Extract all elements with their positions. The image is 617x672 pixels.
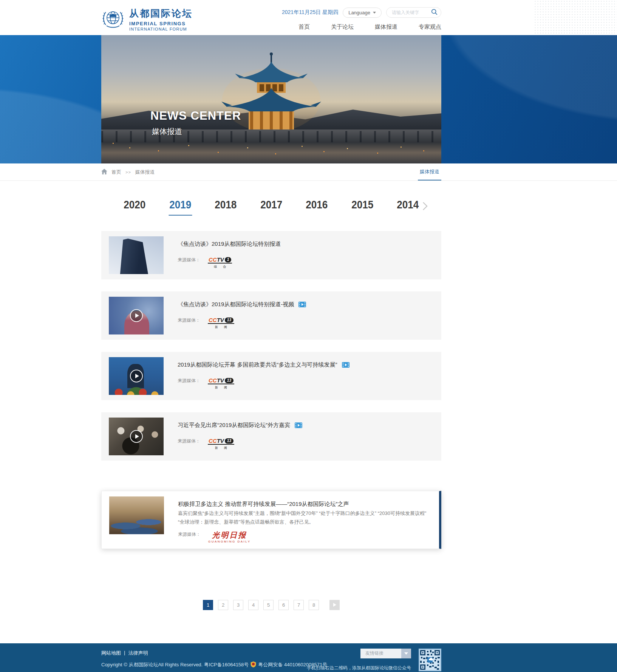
video-icon <box>298 302 306 307</box>
cctv-cc: CC <box>209 257 217 262</box>
banner-title-cn: 媒体报道 <box>150 126 241 137</box>
site-logo[interactable]: 从都国际论坛 IMPERIAL SPRINGS INTERNATIONAL FO… <box>101 0 193 35</box>
cctv-caption: 新 闻 <box>212 385 230 390</box>
news-card-3: 2019从都国际论坛开幕 多国前政要共话“多边主义与可持续发展” 来源媒体： C… <box>101 352 441 400</box>
police-badge-icon <box>251 661 256 669</box>
cctv-tv: TV <box>217 378 224 383</box>
news-thumbnail-anchor-video[interactable] <box>109 297 164 334</box>
news-list: 《焦点访谈》2019从都国际论坛特别报道 来源媒体： CCTV 1 综 合 <box>101 231 441 549</box>
cctv-channel-number: 13 <box>225 438 234 444</box>
friend-links-select[interactable]: 友情链接 <box>360 649 411 658</box>
page-button-3[interactable]: 3 <box>233 600 243 610</box>
legal-notice-link[interactable]: 法律声明 <box>128 650 148 657</box>
year-tab-2016[interactable]: 2016 <box>305 196 329 216</box>
breadcrumb-current[interactable]: 媒体报道 <box>135 169 155 176</box>
cctv-channel-number: 13 <box>225 318 234 323</box>
cctv-cc: CC <box>209 438 217 444</box>
news-thumbnail-cctv-building[interactable] <box>109 236 164 274</box>
news-title-text: 习近平会见出席“2019从都国际论坛”外方嘉宾 <box>178 422 290 429</box>
cctv-caption: 新 闻 <box>212 446 230 450</box>
source-label: 来源媒体： <box>178 257 200 263</box>
logo-title-en1: IMPERIAL SPRINGS <box>129 21 193 26</box>
guangming-caption: GUANGMING DAILY <box>208 540 251 543</box>
cctv-caption: 新 闻 <box>212 325 230 329</box>
news-title-text: 《焦点访谈》2019从都国际论坛特别报道-视频 <box>178 301 294 308</box>
news-thumbnail-conference-hall[interactable] <box>109 496 164 534</box>
video-icon <box>295 422 302 428</box>
wechat-qr-code <box>419 649 441 671</box>
cctv-tv: TV <box>217 257 224 262</box>
year-tab-2015[interactable]: 2015 <box>351 196 374 216</box>
friend-links-label: 友情链接 <box>360 649 401 658</box>
play-icon[interactable] <box>130 370 143 382</box>
news-card-2: 《焦点访谈》2019从都国际论坛特别报道-视频 来源媒体： CCTV 13 新 … <box>101 291 441 340</box>
home-icon[interactable] <box>101 169 107 176</box>
hero-photo <box>101 35 441 163</box>
source-label: 来源媒体： <box>178 317 200 324</box>
news-card-4: 习近平会见出席“2019从都国际论坛”外方嘉宾 来源媒体： CCTV 13 新 … <box>101 412 441 461</box>
language-label: Language <box>348 10 370 15</box>
nav-item-about[interactable]: 关于论坛 <box>331 23 354 31</box>
cctv13-logo: CCTV 13 新 闻 <box>208 317 234 329</box>
nav-item-media[interactable]: 媒体报道 <box>375 23 397 31</box>
news-title-text: 《焦点访谈》2019从都国际论坛特别报道 <box>178 240 281 248</box>
hero-banner: NEWS CENTER 媒体报道 <box>0 35 617 163</box>
page-button-1-active[interactable]: 1 <box>203 600 213 610</box>
logo-title-cn: 从都国际论坛 <box>129 7 193 20</box>
cctv-channel-number: 13 <box>225 378 234 383</box>
cctv-tv: TV <box>217 438 224 444</box>
year-tab-2014[interactable]: 2014 <box>396 196 420 216</box>
page-button-4[interactable]: 4 <box>248 600 258 610</box>
news-title[interactable]: 2019从都国际论坛开幕 多国前政要共话“多边主义与可持续发展” <box>178 361 434 368</box>
next-page-icon <box>333 603 336 607</box>
cctv1-logo: CCTV 1 综 合 <box>208 257 232 269</box>
news-title[interactable]: 《焦点访谈》2019从都国际论坛特别报道-视频 <box>178 301 434 308</box>
news-title-text: 2019从都国际论坛开幕 多国前政要共话“多边主义与可持续发展” <box>178 361 337 368</box>
cctv-channel-number: 1 <box>225 257 232 262</box>
year-tab-2020[interactable]: 2020 <box>123 196 147 216</box>
years-next-arrow-icon[interactable] <box>422 202 428 212</box>
news-title[interactable]: 积极捍卫多边主义 推动世界可持续发展——“2019从都国际论坛”之声 <box>178 501 431 508</box>
qr-hint-text: 手机扫描右边二维码，添加从都国际论坛微信公众号 <box>307 665 411 671</box>
nav-item-experts[interactable]: 专家观点 <box>419 23 441 31</box>
banner-title-en: NEWS CENTER <box>150 109 241 123</box>
year-tab-2017[interactable]: 2017 <box>260 196 283 216</box>
news-card-5-highlighted: 积极捍卫多边主义 推动世界可持续发展——“2019从都国际论坛”之声 嘉宾们聚焦… <box>101 491 441 549</box>
news-title[interactable]: 《焦点访谈》2019从都国际论坛特别报道 <box>178 240 434 248</box>
news-thumbnail-speaker-video[interactable] <box>109 357 164 395</box>
search-icon[interactable] <box>431 9 438 17</box>
breadcrumb-home-link[interactable]: 首页 <box>111 169 121 176</box>
site-header: 从都国际论坛 IMPERIAL SPRINGS INTERNATIONAL FO… <box>0 0 617 35</box>
page-button-2[interactable]: 2 <box>218 600 228 610</box>
lantern-lights-decoration <box>113 143 114 144</box>
world-map-dots-decoration <box>534 0 617 35</box>
sitemap-link[interactable]: 网站地图 <box>101 650 121 657</box>
news-title[interactable]: 习近平会见出席“2019从都国际论坛”外方嘉宾 <box>178 422 434 429</box>
cctv-tv: TV <box>217 317 224 323</box>
source-label: 来源媒体： <box>178 378 200 384</box>
page-button-6[interactable]: 6 <box>278 600 289 610</box>
cctv13-logo: CCTV 13 新 闻 <box>208 378 234 390</box>
year-tab-2019-active[interactable]: 2019 <box>169 196 192 216</box>
page-button-7[interactable]: 7 <box>294 600 304 610</box>
cctv-cc: CC <box>209 378 217 383</box>
page-button-5[interactable]: 5 <box>263 600 274 610</box>
next-page-button[interactable] <box>329 600 340 610</box>
search-box[interactable] <box>386 7 441 18</box>
news-title-text: 积极捍卫多边主义 推动世界可持续发展——“2019从都国际论坛”之声 <box>178 501 349 508</box>
current-date: 2021年11月25日 星期四 <box>282 9 338 16</box>
site-footer: 网站地图 | 法律声明 Copyright © 从都国际论坛All Rights… <box>0 643 617 672</box>
logo-title-en2: INTERNATIONAL FORUM <box>129 27 193 31</box>
language-dropdown[interactable]: Language <box>343 8 382 18</box>
play-icon[interactable] <box>130 430 143 443</box>
search-input[interactable] <box>391 9 431 15</box>
nav-item-home[interactable]: 首页 <box>298 23 310 31</box>
news-thumbnail-meeting-video[interactable] <box>109 418 164 455</box>
source-label: 来源媒体： <box>178 531 201 538</box>
breadcrumb-bar: 首页 >> 媒体报道 媒体报道 <box>0 163 617 181</box>
page-button-8[interactable]: 8 <box>309 600 319 610</box>
year-tab-2018[interactable]: 2018 <box>214 196 238 216</box>
section-tab-media[interactable]: 媒体报道 <box>418 163 441 180</box>
globe-wreath-logo-icon <box>101 7 125 32</box>
play-icon[interactable] <box>130 309 143 322</box>
